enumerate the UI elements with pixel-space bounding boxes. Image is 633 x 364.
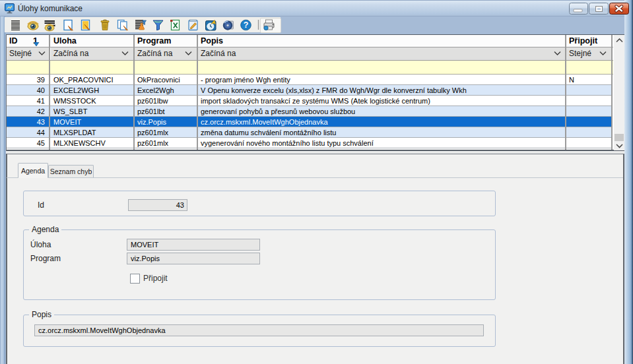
svg-text:?: ?	[244, 20, 249, 30]
